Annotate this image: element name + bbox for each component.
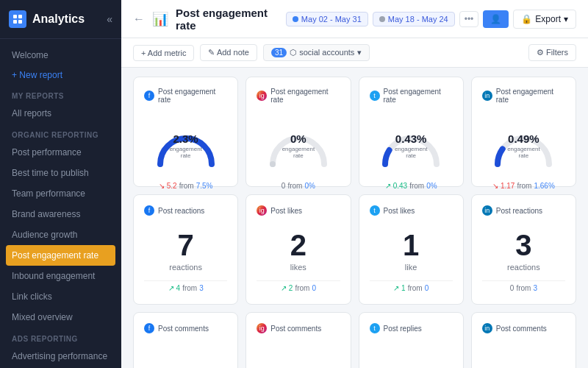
add-user-icon: 👤 [490, 14, 501, 24]
page-icon: 📊 [152, 11, 168, 27]
change-from-value-fb[interactable]: 7.5% [196, 182, 213, 190]
change-arrow-tw: ↗ [385, 182, 391, 190]
change-arrow: ↗ [281, 284, 287, 292]
date-dot-primary [293, 16, 298, 22]
card-ig-comments: ig Post comments [245, 312, 351, 368]
card-unit-li-reactions: reactions [507, 263, 540, 272]
gauge-li: 0.49% engagement rate [490, 113, 556, 179]
sidebar-item-mixed-overview[interactable]: Mixed overview [0, 307, 121, 328]
card-label: Post comments [158, 325, 209, 333]
sidebar-item-advertising-performance[interactable]: Advertising performance [0, 346, 121, 367]
change-from-value[interactable]: 3 [533, 284, 537, 292]
sidebar-item-team-performance[interactable]: Team performance [0, 183, 121, 204]
card-li-reactions: in Post reactions 3 reactions 0 from 3 [471, 194, 576, 305]
more-options-button[interactable]: ••• [459, 11, 479, 27]
ig-icon: ig [257, 205, 267, 216]
lock-icon: 🔒 [521, 14, 532, 24]
change-from-value[interactable]: 0 [425, 284, 429, 292]
card-header: ig Post engagement rate [257, 88, 340, 104]
collapse-button[interactable]: « [107, 13, 112, 25]
change-from-value-li[interactable]: 1.66% [534, 182, 554, 190]
date-label-primary: May 02 - May 31 [301, 15, 362, 24]
social-label: ⬡ social accounts [290, 48, 354, 57]
change-value: 4 [176, 284, 181, 292]
svg-rect-1 [18, 15, 22, 18]
gauge-percent-ig: 0% [282, 132, 315, 145]
change-value-li: 1.17 [501, 182, 514, 190]
social-accounts-button[interactable]: 31 ⬡ social accounts ▾ [263, 44, 370, 61]
sidebar-item-post-engagement-rate[interactable]: Post engagement rate [6, 245, 115, 266]
filters-button[interactable]: ⚙ Filters [528, 44, 576, 61]
card-header: in Post engagement rate [482, 88, 565, 104]
change-from-label: from [516, 284, 531, 292]
new-report-button[interactable]: + New report [12, 70, 110, 80]
card-big-number-li-reactions: 3 [515, 230, 531, 260]
change-from-label-li: from [517, 182, 531, 190]
svg-rect-3 [18, 20, 22, 24]
change-from-label-ig: from [287, 182, 302, 190]
date-chip-secondary[interactable]: May 18 - May 24 [373, 12, 455, 26]
topbar: ← 📊 Post engagement rate May 02 - May 31… [121, 0, 588, 38]
card-ig-engagement-rate: ig Post engagement rate 0% engagement ra… [245, 77, 351, 187]
logo-icon [9, 10, 26, 28]
card-change-li: ↘ 1.17 from 1.66% [492, 182, 555, 190]
date-label-secondary: May 18 - May 24 [388, 15, 448, 24]
fb-icon: f [144, 323, 154, 333]
gauge-percent-li: 0.49% [507, 132, 540, 145]
card-ig-likes: ig Post likes 2 likes ↗ 2 from 0 [245, 194, 351, 305]
add-user-button[interactable]: 👤 [483, 10, 509, 28]
card-change-tw: ↗ 0.43 from 0% [385, 182, 437, 190]
sidebar-item-inbound-engagement[interactable]: Inbound engagement [0, 266, 121, 286]
change-from-label: from [295, 284, 309, 292]
change-from-value[interactable]: 3 [199, 284, 204, 292]
add-note-button[interactable]: ✎ Add note [200, 44, 257, 61]
gauge-sublabel-tw: engagement rate [395, 146, 428, 159]
sidebar-item-audience-growth[interactable]: Audience growth [0, 224, 121, 245]
card-li-engagement-rate: in Post engagement rate 0.49% engagement… [471, 77, 576, 187]
sidebar-item-best-time[interactable]: Best time to publish [0, 163, 121, 183]
card-tw-replies: t Post replies [359, 312, 464, 368]
gauge-tw: 0.43% engagement rate [378, 113, 444, 179]
svg-rect-2 [13, 20, 17, 24]
change-from-value-tw[interactable]: 0% [426, 182, 437, 190]
sidebar-item-all-reports[interactable]: All reports [0, 103, 121, 124]
page-title: Post engagement rate [176, 7, 279, 32]
change-value-fb: 5.2 [167, 182, 177, 190]
actionbar: + Add metric ✎ Add note 31 ⬡ social acco… [121, 38, 588, 68]
fb-icon: f [144, 205, 154, 216]
card-li-comments: in Post comments [471, 312, 576, 368]
add-metric-button[interactable]: + Add metric [133, 45, 194, 61]
card-label: Post engagement rate [158, 88, 227, 104]
sidebar-item-post-performance[interactable]: Post performance [0, 142, 121, 163]
back-button[interactable]: ← [133, 13, 145, 26]
gauge-value-fb: 2.3% engagement rate [169, 132, 202, 159]
change-from-value-ig[interactable]: 0% [304, 182, 315, 190]
li-icon: in [482, 323, 492, 333]
change-value: 1 [401, 284, 406, 292]
sidebar-item-welcome[interactable]: Welcome [0, 45, 121, 66]
date-chip-primary[interactable]: May 02 - May 31 [286, 12, 368, 26]
card-tw-likes: t Post likes 1 like ↗ 1 from 0 [359, 194, 464, 305]
gauge-value-ig: 0% engagement rate [282, 132, 315, 159]
card-unit-fb-reactions: reactions [169, 263, 202, 272]
change-arrow-fb: ↘ [159, 182, 165, 190]
ig-icon: ig [257, 323, 267, 333]
change-from-value[interactable]: 0 [312, 284, 316, 292]
sidebar-item-link-clicks[interactable]: Link clicks [0, 286, 121, 307]
card-header: t Post replies [370, 323, 453, 333]
card-label: Post engagement rate [270, 88, 340, 104]
tw-icon: t [370, 91, 380, 101]
my-reports-label: MY REPORTS [0, 85, 121, 103]
card-header: t Post likes [370, 205, 453, 216]
card-change-ig: 0 from 0% [282, 182, 315, 190]
change-arrow-li: ↘ [492, 182, 498, 190]
card-divider [257, 280, 340, 281]
export-button[interactable]: 🔒 Export ▾ [513, 10, 576, 29]
card-header: t Post engagement rate [370, 88, 453, 104]
change-value: 0 [510, 284, 514, 292]
welcome-label: Welcome [12, 50, 49, 60]
card-header: f Post reactions [144, 205, 227, 216]
card-change-li-reactions: 0 from 3 [510, 284, 537, 292]
change-value-tw: 0.43 [393, 182, 407, 190]
sidebar-item-brand-awareness[interactable]: Brand awareness [0, 204, 121, 224]
